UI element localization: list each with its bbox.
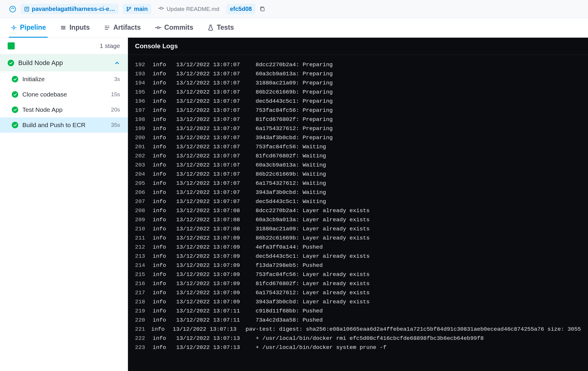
log-line-number: 203	[135, 161, 153, 170]
stage-name: Build Node App	[18, 59, 63, 67]
log-line: 200info13/12/2022 13:07:073943af3b0cbd: …	[135, 133, 581, 142]
success-check-icon	[8, 60, 14, 66]
log-level: info	[153, 224, 176, 234]
log-level: info	[153, 60, 176, 69]
tab-pipeline[interactable]: Pipeline	[9, 18, 48, 38]
log-timestamp: 13/12/2022 13:07:07	[176, 152, 256, 161]
log-timestamp: 13/12/2022 13:07:07	[176, 79, 256, 88]
log-level: info	[153, 261, 176, 270]
branch-icon	[126, 6, 131, 12]
log-timestamp: 13/12/2022 13:07:07	[176, 97, 256, 106]
log-line-number: 195	[135, 88, 153, 97]
log-message: c918d11f68bb: Pushed	[256, 307, 323, 316]
tab-tests[interactable]: Tests	[206, 18, 236, 38]
log-message: 753fac84fc56: Preparing	[256, 106, 333, 115]
tabs-bar: Pipeline Inputs Artifacts Commits Tests	[0, 18, 588, 38]
tab-label: Pipeline	[20, 24, 46, 31]
log-timestamp: 13/12/2022 13:07:07	[176, 88, 256, 97]
log-line: 213info13/12/2022 13:07:09dec5d443c5c1: …	[135, 252, 581, 261]
log-line-number: 212	[135, 243, 153, 252]
log-level: info	[153, 161, 176, 170]
tab-artifacts[interactable]: Artifacts	[102, 18, 142, 38]
log-timestamp: 13/12/2022 13:07:09	[176, 270, 256, 279]
commit-hash-chip[interactable]: efc5d08	[226, 4, 256, 14]
log-timestamp: 13/12/2022 13:07:13	[173, 325, 245, 334]
svg-rect-10	[261, 8, 264, 11]
log-timestamp: 13/12/2022 13:07:09	[176, 279, 256, 288]
log-line-number: 223	[135, 343, 153, 352]
console-logs[interactable]: 192info13/12/2022 13:07:078dcc2270b2a4: …	[128, 58, 588, 358]
log-line: 198info13/12/2022 13:07:0781fcd676802f: …	[135, 115, 581, 124]
log-message: 86b22c61669b: Preparing	[256, 88, 333, 97]
step-row[interactable]: Test Node App 20s	[0, 102, 128, 117]
step-duration: 3s	[114, 76, 120, 82]
log-line: 210info13/12/2022 13:07:0831880ac21a09: …	[135, 224, 581, 234]
log-level: info	[153, 206, 176, 215]
tab-label: Tests	[217, 24, 234, 31]
log-level: info	[153, 115, 176, 124]
log-line-number: 205	[135, 179, 153, 188]
step-row[interactable]: Initialize 3s	[0, 71, 128, 87]
branch-chip[interactable]: main	[123, 4, 151, 14]
log-message: 31880ac21a09: Preparing	[256, 79, 333, 88]
log-line-number: 220	[135, 316, 153, 325]
step-row[interactable]: Build and Push to ECR 35s	[0, 117, 128, 133]
log-message: dec5d443c5c1: Waiting	[256, 197, 326, 206]
tab-label: Inputs	[69, 24, 90, 31]
log-clipped-row: . . .	[128, 55, 588, 59]
log-timestamp: 13/12/2022 13:07:07	[176, 69, 256, 79]
log-level: info	[153, 179, 176, 188]
commits-icon	[155, 24, 161, 31]
log-timestamp: 13/12/2022 13:07:07	[176, 133, 256, 142]
log-timestamp: 13/12/2022 13:07:13	[176, 334, 256, 343]
log-line: 194info13/12/2022 13:07:0731880ac21a09: …	[135, 79, 581, 88]
log-message: 6a1754327612: Layer already exists	[256, 288, 370, 297]
log-line-number: 213	[135, 252, 153, 261]
log-message: 6a1754327612: Preparing	[256, 124, 333, 133]
log-message: pav-test: digest: sha256:e08a10665eaa6d2…	[246, 325, 581, 334]
log-message: 3943af3b0cbd: Layer already exists	[256, 297, 370, 307]
svg-point-12	[64, 27, 65, 28]
log-message: 86b22c61669b: Layer already exists	[256, 234, 370, 243]
log-level: info	[153, 88, 176, 97]
log-level: info	[153, 270, 176, 279]
log-line: 214info13/12/2022 13:07:09f13da7298eb5: …	[135, 261, 581, 270]
log-line-number: 199	[135, 124, 153, 133]
console-title: Console Logs	[128, 38, 588, 55]
commit-message-text: Update README.md	[166, 6, 219, 12]
log-level: info	[153, 197, 176, 206]
console-panel: Console Logs . . . 192info13/12/2022 13:…	[128, 38, 588, 371]
stage-row[interactable]: Build Node App	[0, 54, 128, 71]
log-timestamp: 13/12/2022 13:07:08	[176, 224, 256, 234]
harness-logo-icon[interactable]	[9, 5, 16, 13]
tab-inputs[interactable]: Inputs	[58, 18, 91, 38]
log-message: 86b22c61669b: Waiting	[256, 170, 326, 179]
repo-chip[interactable]: pavanbelagatti/harness-ci-e…	[21, 4, 119, 14]
log-line-number: 222	[135, 334, 153, 343]
success-check-icon	[12, 91, 18, 98]
step-row[interactable]: Clone codebase 15s	[0, 87, 128, 102]
log-line: 193info13/12/2022 13:07:0760a3cb9a013a: …	[135, 69, 581, 79]
log-line: 204info13/12/2022 13:07:0786b22c61669b: …	[135, 170, 581, 179]
log-timestamp: 13/12/2022 13:07:09	[176, 243, 256, 252]
log-line: 195info13/12/2022 13:07:0786b22c61669b: …	[135, 88, 581, 97]
copy-icon[interactable]	[259, 6, 265, 12]
tests-icon	[207, 24, 214, 31]
step-duration: 15s	[111, 91, 120, 98]
log-message: 81fcd676802f: Waiting	[256, 152, 326, 161]
log-line: 212info13/12/2022 13:07:094efa3ff0a144: …	[135, 243, 581, 252]
log-message: 81fcd676802f: Layer already exists	[256, 279, 370, 288]
log-level: info	[151, 325, 173, 334]
log-message: f13da7298eb5: Pushed	[256, 261, 323, 270]
stage-summary: 1 stage	[0, 38, 128, 54]
log-line: 197info13/12/2022 13:07:07753fac84fc56: …	[135, 106, 581, 115]
log-timestamp: 13/12/2022 13:07:11	[176, 307, 256, 316]
log-level: info	[153, 188, 176, 197]
log-line-number: 202	[135, 152, 153, 161]
log-message: 8dcc2270b2a4: Layer already exists	[256, 206, 370, 215]
log-timestamp: 13/12/2022 13:07:07	[176, 142, 256, 152]
log-timestamp: 13/12/2022 13:07:07	[176, 179, 256, 188]
commit-message-block: Update README.md	[155, 4, 222, 14]
log-message: 81fcd676802f: Preparing	[256, 115, 333, 124]
tab-commits[interactable]: Commits	[153, 18, 195, 38]
